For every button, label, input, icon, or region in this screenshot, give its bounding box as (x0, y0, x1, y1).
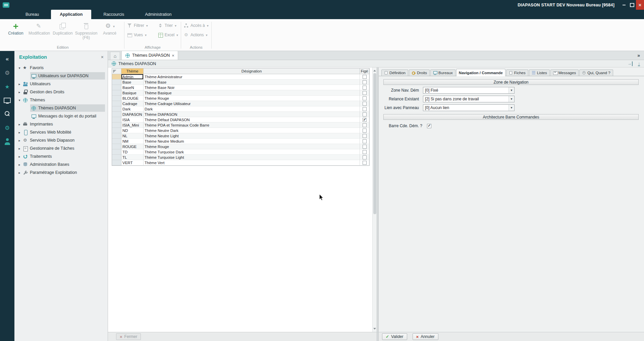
dropdown-field[interactable]: [2] Si pas dans zone de travail (423, 96, 515, 102)
fige-checkbox[interactable] (363, 161, 367, 165)
fige-checkbox[interactable] (363, 107, 367, 111)
table-row[interactable]: Base Thème Base (112, 80, 369, 85)
table-row[interactable]: NM Thème Neutre Medium (112, 139, 369, 144)
tree-expander-icon[interactable]: ▾ (17, 66, 22, 70)
home-tab[interactable] (110, 52, 120, 60)
row-selector[interactable] (112, 106, 121, 112)
row-selector[interactable] (112, 123, 121, 128)
tree-expander-icon[interactable]: ▸ (17, 82, 22, 86)
fige-checkbox[interactable] (363, 102, 367, 106)
window-control-icon[interactable] (620, 0, 628, 10)
cell-theme[interactable]: Basique (121, 90, 144, 96)
cell-designation[interactable]: Thème Rouge (144, 96, 360, 101)
cell-theme[interactable]: Cadrage (121, 101, 144, 106)
fige-checkbox[interactable] (363, 112, 367, 116)
vertical-scrollbar[interactable] (372, 67, 377, 332)
cell-theme[interactable]: ISIA (121, 117, 144, 123)
chevron-down-icon[interactable] (508, 87, 514, 93)
rail-icon[interactable] (3, 55, 11, 63)
row-selector[interactable] (112, 117, 121, 123)
tree-item[interactable]: Utilisateurs sur DIAPASON (14, 72, 108, 80)
cell-theme[interactable]: VERT (121, 160, 144, 165)
tree-item[interactable]: ▸ Traitements (14, 152, 108, 160)
tree-expander-icon[interactable]: ▸ (17, 139, 22, 142)
chevron-down-icon[interactable] (508, 105, 514, 111)
fermer-button[interactable]: Fermer (116, 333, 141, 340)
fige-checkbox[interactable] (363, 134, 367, 138)
row-selector[interactable] (112, 101, 121, 106)
table-row[interactable]: BLOUGE Thème Rouge (112, 96, 369, 101)
acces-a-button[interactable]: Accès à (184, 23, 209, 28)
table-row[interactable]: Dark Dark (112, 106, 369, 112)
tree-expander-icon[interactable]: ▸ (17, 155, 22, 158)
cell-theme[interactable]: NL (121, 133, 144, 139)
row-selector[interactable] (112, 80, 121, 85)
tree-expander-icon[interactable]: ▾ (17, 98, 22, 102)
tree-expander-icon[interactable]: ▸ (17, 90, 22, 94)
header-action-icon[interactable] (638, 61, 640, 66)
fige-checkbox[interactable] (363, 145, 367, 149)
cell-designation[interactable]: Thème Défaut DIAPASON (144, 117, 360, 123)
table-row[interactable]: Admin Thème Administrateur (112, 74, 369, 80)
detail-tab[interactable]: Qui, Quand ? (579, 69, 613, 76)
tree-item[interactable]: ▸ Services Web Mobilité (14, 128, 108, 136)
detail-tab[interactable]: Définition (381, 69, 408, 76)
cell-theme[interactable]: NM (121, 139, 144, 144)
cell-designation[interactable]: Thème Neutre Light (144, 133, 360, 139)
cell-theme[interactable]: Admin (121, 74, 144, 80)
fige-checkbox[interactable] (363, 155, 367, 159)
row-selector[interactable] (112, 155, 121, 160)
scroll-down-icon[interactable] (373, 328, 376, 331)
rail-icon[interactable] (3, 110, 11, 118)
tree-expander-icon[interactable]: ▸ (17, 147, 22, 150)
cell-designation[interactable]: Thème DIAPASON (144, 112, 360, 117)
cell-designation[interactable]: Thème Turquoise Light (144, 155, 360, 160)
tree-item[interactable]: ▸ Utilisateurs (14, 80, 108, 88)
detail-tab[interactable]: Bureaux (430, 69, 455, 76)
cell-designation[interactable]: Thème Base Noir (144, 85, 360, 90)
row-selector[interactable] (112, 74, 121, 80)
window-control-icon[interactable] (636, 0, 644, 10)
cell-designation[interactable]: Thème Administrateur (144, 74, 360, 80)
tree-item[interactable]: ▸ Services Web Diapason (14, 136, 108, 144)
table-row[interactable]: NL Thème Neutre Light (112, 133, 369, 139)
cell-theme[interactable]: TD (121, 149, 144, 155)
table-row[interactable]: Basique Thème Basique (112, 90, 369, 96)
row-selector[interactable] (112, 96, 121, 101)
row-selector[interactable] (112, 128, 121, 133)
cell-designation[interactable]: Thème PDA et Terminaux Code Barre (144, 123, 360, 128)
creation-button[interactable]: Création (4, 22, 28, 36)
menu-tab[interactable]: Bureau (17, 10, 48, 19)
fige-checkbox[interactable] (363, 150, 367, 154)
document-tab-active[interactable]: Thèmes DIAPASON (121, 51, 178, 60)
tree-item[interactable]: ▸ Gestion des Droits (14, 88, 108, 96)
fige-checkbox[interactable] (363, 139, 367, 143)
fige-checkbox[interactable] (363, 96, 367, 100)
cell-designation[interactable]: Thème Base (144, 80, 360, 85)
barre-cde-checkbox[interactable] (427, 124, 431, 128)
tree-item[interactable]: ▸ Administration Bases (14, 160, 108, 168)
header-action-icon[interactable] (628, 61, 633, 66)
cell-theme[interactable]: ISIA_Mini (121, 123, 144, 128)
row-selector[interactable] (112, 149, 121, 155)
tree-item[interactable]: ▾ Thèmes (14, 96, 108, 104)
table-row[interactable]: ND Thème Neutre Dark (112, 128, 369, 133)
suppression-button[interactable]: Suppression (F6) (74, 22, 98, 40)
detail-tab[interactable]: Navigation / Commande (456, 69, 505, 76)
valider-button[interactable]: Valider (382, 333, 407, 340)
table-row[interactable]: ISIA Thème Défaut DIAPASON (112, 117, 369, 123)
avance-button[interactable]: Avancé (98, 22, 121, 36)
fige-checkbox[interactable] (363, 91, 367, 95)
table-row[interactable]: Cadrage Thème Cadrage Utilisateur (112, 101, 369, 106)
cell-theme[interactable]: TL (121, 155, 144, 160)
fige-checkbox[interactable] (363, 118, 367, 122)
actions-button[interactable]: Actions (184, 33, 209, 37)
dropdown-field[interactable]: [0] Fixé (423, 87, 515, 94)
table-row[interactable]: TD Thème Turquoise Dark (112, 149, 369, 155)
tree-expander-icon[interactable]: ▸ (17, 123, 22, 126)
cell-theme[interactable]: Dark (121, 106, 144, 112)
column-header-theme[interactable]: Thème (121, 68, 144, 74)
trier-button[interactable]: Trier (158, 23, 178, 28)
cell-designation[interactable]: Thème Neutre Dark (144, 128, 360, 133)
select-all-header[interactable] (112, 68, 121, 74)
